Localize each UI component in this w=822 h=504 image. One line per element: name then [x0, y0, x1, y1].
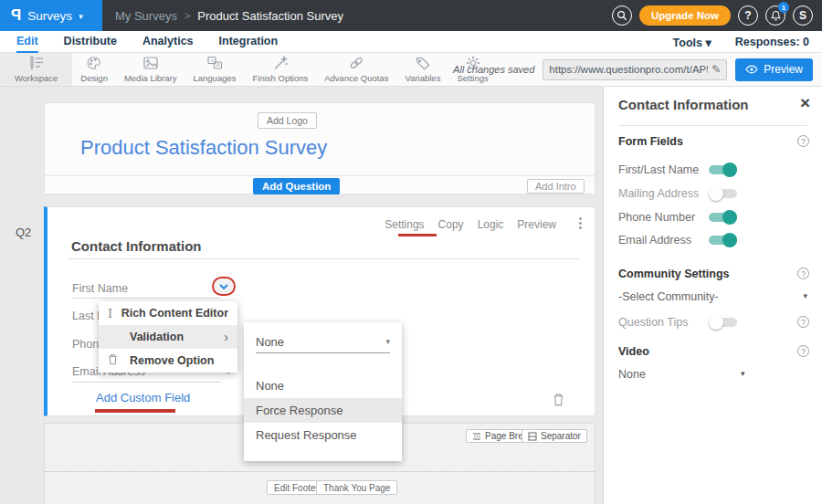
survey-nav-bar: Edit Distribute Analytics Integration To…	[0, 31, 822, 53]
add-logo-button[interactable]: Add Logo	[258, 112, 317, 129]
submenu-arrow-icon: ›	[224, 330, 228, 344]
save-status-text: All changes saved	[453, 64, 534, 75]
toggle-label-phone-number: Phone Number	[618, 211, 695, 224]
workspace-icon	[27, 55, 46, 71]
tools-menu[interactable]: Tools ▾	[673, 36, 711, 49]
menu-item-remove-option[interactable]: Remove Option	[99, 349, 237, 373]
help-icon[interactable]: ?	[797, 316, 809, 328]
toggle-question-tips[interactable]	[709, 317, 737, 328]
topbar-actions: Upgrade Now ? 1 S	[612, 0, 813, 31]
magic-wand-icon	[271, 55, 290, 71]
close-icon[interactable]: ×	[800, 93, 810, 113]
notification-count-badge: 1	[778, 2, 789, 13]
breadcrumb-my-surveys[interactable]: My Surveys	[115, 9, 177, 23]
toolbar-item-languages[interactable]: xA Languages	[184, 53, 244, 86]
question-title[interactable]: Contact Information	[71, 238, 202, 254]
help-icon[interactable]: ?	[797, 268, 809, 279]
question-more-menu[interactable]	[579, 222, 582, 225]
toggle-email-address[interactable]	[709, 235, 737, 246]
survey-url-field[interactable]: https://www.questionpro.com/t/AP53kZgUI …	[543, 59, 727, 80]
breadcrumb: My Surveys > Product Satisfaction Survey	[115, 0, 343, 31]
toolbar-item-workspace[interactable]: Workspace	[0, 53, 72, 86]
survey-title[interactable]: Product Satisfaction Survey	[80, 136, 327, 160]
tab-edit[interactable]: Edit	[16, 31, 38, 53]
toolbar-item-advance-quotas[interactable]: Advance Quotas	[316, 53, 396, 86]
toolbar-item-media-library[interactable]: Media Library	[116, 53, 185, 86]
preview-button[interactable]: Preview	[735, 58, 813, 81]
app-root: P Surveys ▾ My Surveys > Product Satisfa…	[0, 0, 822, 504]
field-email-line	[72, 382, 221, 383]
tab-integration[interactable]: Integration	[219, 31, 279, 53]
question-actions: Settings Copy Logic Preview	[385, 218, 556, 231]
validation-option-force-response[interactable]: Force Response	[244, 398, 402, 423]
product-switcher[interactable]: P Surveys ▾	[0, 0, 102, 31]
add-intro-button[interactable]: Add Intro	[527, 179, 585, 194]
toggle-mailing-address[interactable]	[709, 188, 737, 199]
annotation-underline-settings	[398, 234, 437, 236]
chevron-down-icon: ▾	[705, 37, 711, 49]
toggle-label-first-last-name: First/Last Name	[618, 163, 699, 176]
user-avatar[interactable]: S	[793, 5, 813, 26]
toggle-first-last-name[interactable]	[709, 164, 737, 175]
upgrade-now-button[interactable]: Upgrade Now	[639, 5, 731, 26]
toolbar-item-finish-options[interactable]: Finish Options	[245, 53, 317, 86]
top-bar: P Surveys ▾ My Surveys > Product Satisfa…	[0, 0, 822, 31]
responses-count[interactable]: Responses: 0	[735, 36, 809, 48]
field-first-name-line	[72, 298, 221, 299]
validation-option-request-response[interactable]: Request Response	[244, 423, 402, 447]
help-icon[interactable]: ?	[797, 345, 809, 357]
field-context-menu: I Rich Content Editor Validation › Remov…	[99, 301, 237, 373]
add-custom-field-link[interactable]: Add Custom Field	[96, 391, 190, 404]
tab-analytics[interactable]: Analytics	[142, 31, 194, 53]
help-icon[interactable]: ?	[797, 135, 809, 147]
editor-toolbar: Workspace Design Media Library xA Langua…	[0, 53, 822, 87]
help-button[interactable]: ?	[738, 5, 758, 26]
question-tips-label: Question Tips	[618, 316, 688, 329]
search-icon	[616, 10, 627, 21]
toolbar-item-design[interactable]: Design	[72, 53, 116, 86]
video-dropdown[interactable]: None	[618, 368, 646, 381]
nav-tabs: Edit Distribute Analytics Integration	[16, 31, 278, 53]
field-first-name[interactable]: First Name	[72, 282, 128, 295]
toggle-label-email-address: Email Address	[618, 234, 691, 247]
question-copy-link[interactable]: Copy	[438, 218, 464, 231]
question-number-label: Q2	[16, 226, 31, 239]
validation-submenu-panel: None ▾ None Force Response Request Respo…	[244, 322, 402, 461]
validation-option-none[interactable]: None	[244, 373, 402, 398]
select-community-dropdown[interactable]: -Select Community-	[618, 290, 719, 303]
separator-button[interactable]: Separator	[522, 429, 587, 443]
trash-icon	[553, 393, 564, 406]
annotation-underline-add-custom-field	[95, 409, 175, 413]
notifications-button[interactable]: 1	[765, 5, 785, 26]
chevron-down-icon[interactable]: ▾	[803, 291, 807, 300]
toolbar-item-variables[interactable]: Variables	[397, 53, 449, 86]
tab-distribute[interactable]: Distribute	[64, 31, 117, 53]
community-settings-heading: Community Settings	[618, 268, 730, 280]
divider	[68, 258, 579, 259]
thank-you-page-button[interactable]: Thank You Page	[316, 480, 397, 495]
field-options-button[interactable]	[212, 277, 236, 296]
nav-right-group: Tools ▾ Responses: 0	[673, 31, 809, 53]
avatar-initial: S	[799, 9, 806, 22]
dotted-divider	[45, 471, 595, 472]
chevron-down-icon[interactable]: ▾	[741, 369, 745, 378]
add-question-button[interactable]: Add Question	[253, 178, 340, 194]
toolbar-right-group: All changes saved https://www.questionpr…	[453, 53, 813, 86]
breadcrumb-current-survey: Product Satisfaction Survey	[197, 9, 343, 23]
menu-item-rich-content-editor[interactable]: I Rich Content Editor	[99, 301, 237, 325]
toggle-label-mailing-address: Mailing Address	[618, 187, 699, 200]
delete-question-button[interactable]	[553, 393, 564, 410]
video-heading: Video	[618, 345, 649, 358]
question-settings-sidebar: Contact Information × Form Fields ? Firs…	[603, 87, 822, 504]
toggle-phone-number[interactable]	[709, 212, 737, 223]
question-logic-link[interactable]: Logic	[478, 218, 504, 231]
divider	[45, 175, 595, 176]
search-button[interactable]	[612, 5, 632, 26]
validation-select[interactable]: None ▾	[256, 333, 390, 353]
menu-item-validation[interactable]: Validation ›	[99, 325, 237, 349]
chevron-down-icon	[218, 283, 229, 290]
question-settings-link[interactable]: Settings	[385, 218, 424, 231]
question-preview-link[interactable]: Preview	[517, 218, 556, 231]
svg-text:x: x	[211, 58, 214, 63]
edit-url-icon[interactable]: ✎	[711, 63, 721, 76]
